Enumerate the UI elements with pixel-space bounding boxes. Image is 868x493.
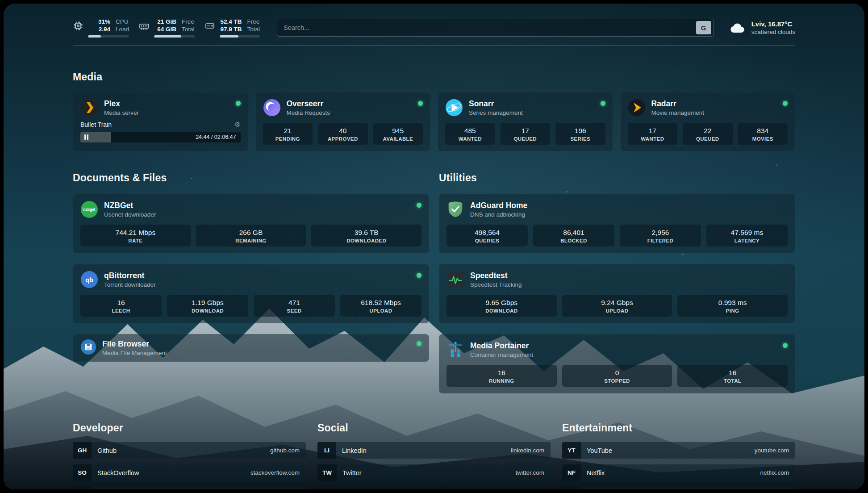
stat-upload: 9.24 GbpsUPLOAD — [562, 295, 672, 317]
bookmark-name: Twitter — [342, 469, 362, 476]
bookmark-group-developer: Developer GH Github github.com SO StackO… — [73, 422, 306, 489]
cpu-load-label: Load — [116, 25, 129, 33]
service-desc: Usenet downloader — [104, 211, 156, 218]
stat-queries: 498,564QUERIES — [447, 225, 528, 246]
memory-free-value: 21 GiB — [157, 18, 176, 25]
service-card-radarr[interactable]: Radarr Movie management 17WANTED 22QUEUE… — [620, 92, 796, 151]
disk-free-value: 52.4 TB — [221, 18, 242, 25]
cpu-load-value: 2.94 — [99, 25, 110, 33]
stat-remaining: 266 GBREMAINING — [196, 225, 306, 246]
service-desc: Torrent downloader — [104, 281, 156, 288]
cpu-progress-bar — [88, 35, 129, 38]
search-bar: G — [277, 19, 714, 37]
bookmark-reddit[interactable]: RE Reddit reddit.com — [562, 487, 795, 489]
status-dot — [418, 101, 423, 106]
stat-pending: 21PENDING — [263, 123, 313, 145]
stat-seed: 471SEED — [254, 295, 335, 317]
bookmark-name: Netflix — [587, 469, 605, 476]
disk-total-label: Total — [247, 25, 260, 33]
service-card-nzbget[interactable]: nzbget NZBGet Usenet downloader 744.21 M… — [73, 194, 429, 253]
bookmark-abbr: TW — [317, 464, 337, 481]
service-name: Overseerr — [287, 99, 330, 109]
disk-free-label: Free — [247, 18, 260, 25]
bookmark-stackoverflow[interactable]: SO StackOverflow stackoverflow.com — [73, 464, 306, 481]
service-card-adguard[interactable]: AdGuard Home DNS and adblocking 498,564Q… — [439, 194, 795, 253]
service-card-overseerr[interactable]: Overseerr Media Requests 21PENDING 40APP… — [255, 92, 431, 151]
service-desc: Series management — [469, 109, 523, 117]
service-name: qBittorrent — [104, 271, 156, 280]
bookmark-dev[interactable]: DT DEV dev.to — [73, 487, 306, 489]
memory-total-value: 64 GiB — [157, 25, 176, 33]
service-card-plex[interactable]: Plex Media server Bullet Train ⚙ 24:44 /… — [73, 92, 248, 151]
dashboard-frame: 31% 2.94 CPU Load — [4, 4, 864, 489]
service-card-portainer[interactable]: Media Portainer Container management 16R… — [439, 334, 795, 393]
service-card-speedtest[interactable]: Speedtest Speedtest Tracking 9.65 GbpsDO… — [439, 264, 795, 323]
service-card-filebrowser[interactable]: File Browser Media File Management — [73, 334, 429, 362]
status-dot — [601, 101, 605, 106]
memory-icon — [139, 21, 150, 31]
bookmark-youtube[interactable]: YT YouTube youtube.com — [562, 442, 795, 459]
portainer-icon — [447, 341, 464, 359]
service-desc: DNS and adblocking — [470, 211, 527, 218]
social-section-title: Social — [317, 422, 551, 434]
section-utilities: Utilities AdGuard Home DNS and — [439, 172, 795, 393]
stat-approved: 40APPROVED — [318, 123, 368, 145]
stat-blocked: 86,401BLOCKED — [533, 225, 614, 246]
bookmark-linkedin[interactable]: LI LinkedIn linkedin.com — [317, 442, 551, 459]
service-desc: Media File Management — [102, 349, 167, 357]
media-section-title: Media — [73, 71, 795, 83]
bookmark-url: stackoverflow.com — [250, 469, 306, 476]
settings-icon[interactable]: ⚙ — [234, 121, 240, 128]
stat-movies: 834MOVIES — [738, 123, 788, 145]
bookmark-url: linkedin.com — [511, 447, 551, 454]
snow-specks — [4, 4, 5, 5]
svg-text:qb: qb — [85, 276, 93, 284]
disk-widget: 52.4 TB 97.9 TB Free Total — [204, 18, 260, 38]
weather-widget: Lviv, 16.87°C scattered clouds — [729, 20, 795, 36]
section-media: Media Plex Media server Bullet — [73, 71, 795, 151]
svg-text:nzbget: nzbget — [83, 207, 96, 212]
entertainment-section-title: Entertainment — [562, 422, 795, 434]
bookmark-twitter[interactable]: TW Twitter twitter.com — [317, 464, 551, 481]
memory-free-label: Free — [182, 18, 194, 25]
top-bar: 31% 2.94 CPU Load — [73, 18, 795, 38]
service-desc: Media server — [104, 109, 139, 117]
service-name: Plex — [104, 99, 139, 109]
playback-time: 24:44 / 02:06:47 — [196, 134, 236, 141]
status-dot — [236, 101, 241, 106]
bookmark-abbr: LI — [317, 442, 336, 459]
filebrowser-icon — [80, 339, 96, 355]
service-desc: Speedtest Tracking — [470, 281, 522, 288]
bookmark-github[interactable]: GH Github github.com — [73, 442, 306, 459]
service-card-sonarr[interactable]: Sonarr Series management 485WANTED 17QUE… — [438, 92, 613, 151]
bookmark-group-social: Social LI LinkedIn linkedin.com TW Twitt… — [317, 422, 551, 487]
nzbget-icon: nzbget — [80, 201, 98, 218]
cpu-usage-value: 31% — [98, 18, 110, 25]
section-documents: Documents & Files nzbget NZBGet Usenet d… — [73, 172, 429, 362]
disk-total-value: 97.9 TB — [221, 25, 242, 33]
disk-progress-bar — [220, 35, 260, 38]
service-card-qbittorrent[interactable]: qb qBittorrent Torrent downloader 16LEEC… — [73, 264, 429, 323]
bookmark-netflix[interactable]: NF Netflix netflix.com — [562, 464, 795, 481]
stat-latency: 47.569 msLATENCY — [706, 225, 788, 246]
stat-total: 16TOTAL — [677, 365, 788, 387]
plex-progress-bar[interactable]: 24:44 / 02:06:47 — [80, 132, 241, 142]
service-desc: Media Requests — [287, 109, 330, 117]
stat-rate: 744.21 MbpsRATE — [80, 225, 191, 246]
developer-section-title: Developer — [73, 422, 306, 434]
stat-stopped: 0STOPPED — [562, 365, 672, 387]
bookmark-abbr: GH — [73, 442, 92, 459]
stat-downloaded: 39.6 TBDOWNLOADED — [311, 225, 421, 246]
service-name: AdGuard Home — [470, 201, 527, 210]
service-name: Speedtest — [470, 271, 522, 280]
stat-ping: 0.993 msPING — [677, 295, 788, 317]
header-divider — [73, 46, 795, 46]
stat-series: 196SERIES — [555, 123, 605, 145]
search-input[interactable] — [284, 24, 696, 31]
memory-progress-bar — [154, 35, 195, 38]
stat-download: 1.19 GbpsDOWNLOAD — [167, 295, 248, 317]
stat-upload: 618.52 MbpsUPLOAD — [340, 295, 421, 317]
search-provider-button[interactable]: G — [696, 21, 711, 34]
bookmark-url: github.com — [270, 447, 306, 454]
pause-icon[interactable] — [84, 134, 88, 140]
